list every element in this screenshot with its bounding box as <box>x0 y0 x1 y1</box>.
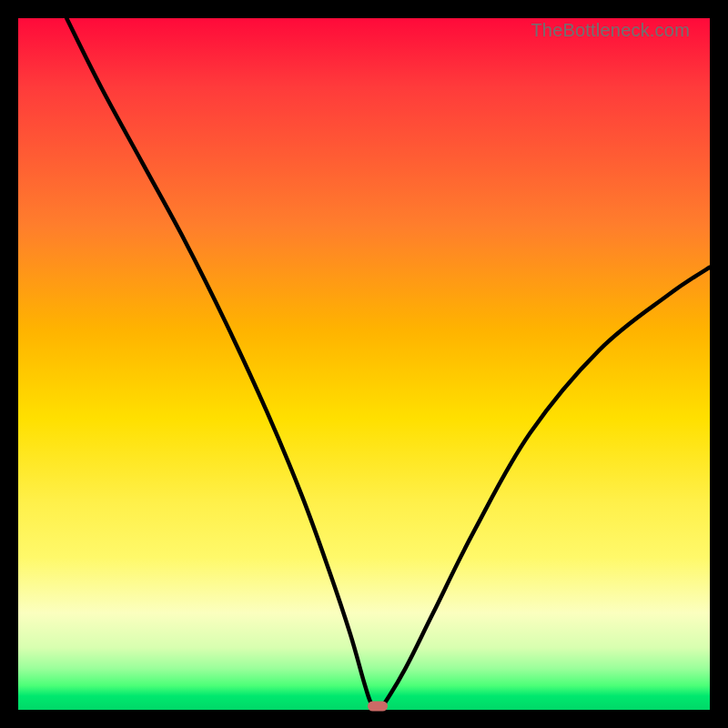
plot-area: TheBottleneck.com <box>18 18 710 710</box>
chart-frame: TheBottleneck.com <box>0 0 728 728</box>
minimum-marker <box>368 702 388 712</box>
bottleneck-curve <box>18 18 710 710</box>
